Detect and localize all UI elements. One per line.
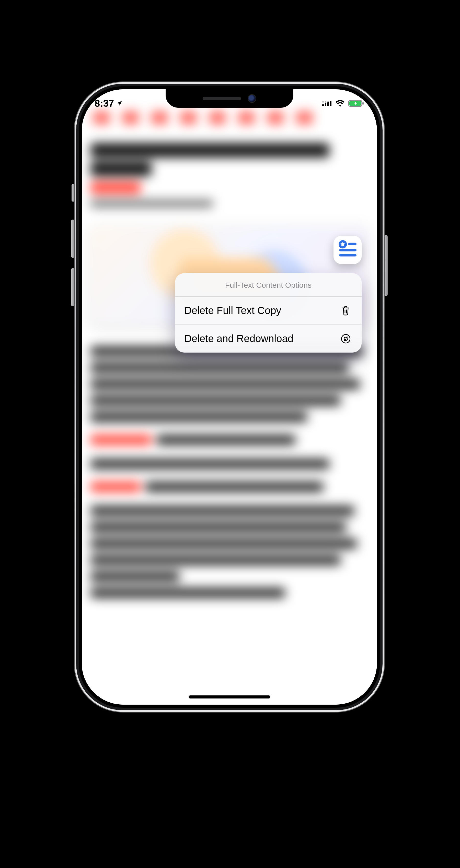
svg-rect-4: [322, 104, 324, 106]
menu-item-delete-redownload[interactable]: Delete and Redownload: [175, 324, 362, 352]
svg-point-1: [325, 101, 326, 103]
phone-mockup: 8:37: [74, 82, 384, 712]
star-list-icon: [337, 239, 358, 261]
speaker-grille: [203, 97, 241, 100]
reader-mode-icon-button[interactable]: [334, 236, 362, 264]
menu-item-label: Delete and Redownload: [184, 333, 293, 344]
battery-charging-icon: [348, 100, 364, 107]
context-menu-title: Full-Text Content Options: [175, 273, 362, 297]
wifi-icon: [336, 100, 345, 107]
menu-item-label: Delete Full Text Copy: [184, 305, 281, 316]
location-icon: [116, 100, 123, 107]
phone-screen: 8:37: [82, 89, 377, 705]
svg-rect-6: [327, 102, 329, 106]
device-notch: [166, 89, 293, 108]
svg-rect-9: [363, 102, 364, 105]
context-menu: Full-Text Content Options Delete Full Te…: [175, 273, 362, 352]
svg-rect-12: [348, 243, 357, 245]
svg-rect-14: [339, 254, 357, 256]
status-time: 8:37: [94, 98, 114, 109]
cellular-signal-icon: [322, 100, 332, 107]
power-button: [384, 235, 388, 296]
svg-rect-13: [339, 249, 357, 251]
svg-rect-5: [325, 103, 326, 106]
svg-rect-7: [330, 101, 332, 106]
home-indicator[interactable]: [189, 695, 270, 699]
trash-icon: [340, 306, 351, 316]
menu-item-delete-full-text[interactable]: Delete Full Text Copy: [175, 297, 362, 324]
refresh-icon: [340, 334, 351, 344]
front-camera: [248, 94, 256, 103]
svg-point-15: [341, 335, 350, 343]
svg-point-0: [322, 101, 324, 103]
